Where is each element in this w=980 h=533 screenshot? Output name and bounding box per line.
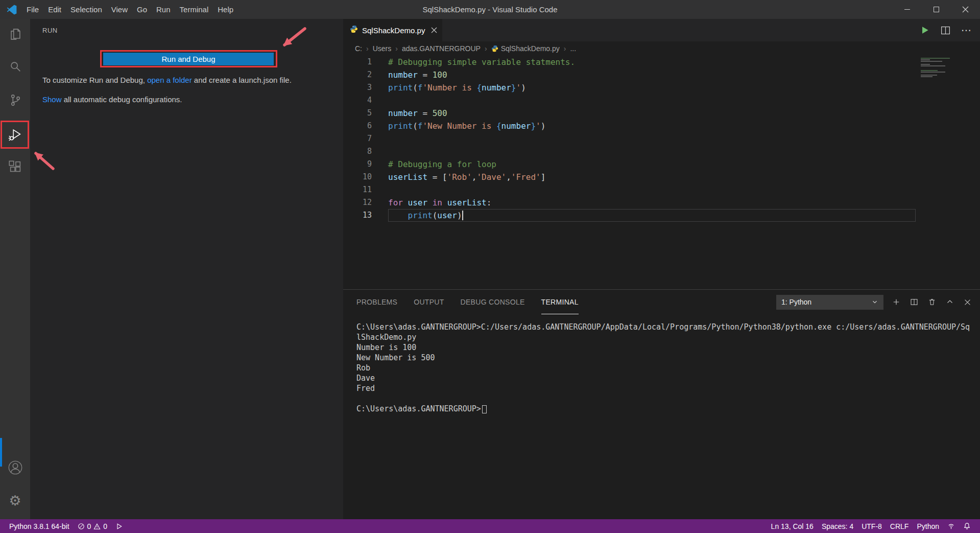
customize-hint: To customize Run and Debug, open a folde… — [42, 75, 308, 85]
line-content — [388, 183, 980, 196]
run-and-debug-icon[interactable] — [0, 122, 30, 147]
breadcrumb-users[interactable]: Users — [362, 44, 391, 53]
indentation-status[interactable]: Spaces: 4 — [818, 519, 857, 533]
maximize-panel-icon[interactable] — [945, 297, 954, 307]
line-content: print(f'New Number is {number}') — [388, 120, 980, 132]
breadcrumb-overflow[interactable]: ... — [560, 44, 576, 53]
terminal-line: Fred — [356, 383, 980, 393]
tab-sqlshackdemo[interactable]: SqlShackDemo.py — [343, 19, 442, 41]
line-number: 3 — [343, 81, 388, 94]
line-content — [388, 145, 980, 158]
cursor-position-status[interactable]: Ln 13, Col 16 — [767, 519, 818, 533]
terminal-line: C:\Users\adas.GANTNERGROUP>C:/Users/adas… — [356, 322, 980, 332]
error-icon — [78, 523, 85, 530]
code-line[interactable]: 13 print(user) — [343, 209, 980, 222]
new-terminal-icon[interactable] — [892, 297, 901, 307]
code-line[interactable]: 4 — [343, 94, 980, 107]
code-line[interactable]: 12for user in userList: — [343, 196, 980, 209]
line-number: 4 — [343, 94, 388, 107]
tab-output[interactable]: OUTPUT — [414, 290, 444, 314]
terminal-output[interactable]: C:\Users\adas.GANTNERGROUP>C:/Users/adas… — [343, 314, 980, 414]
line-number: 5 — [343, 107, 388, 120]
tab-problems[interactable]: PROBLEMS — [356, 290, 397, 314]
encoding-status[interactable]: UTF-8 — [857, 519, 886, 533]
code-editor[interactable]: 1# Debugging simple variable statments.2… — [343, 56, 980, 289]
code-line[interactable]: 6print(f'New Number is {number}') — [343, 120, 980, 132]
hint-text: To customize Run and Debug, — [42, 76, 147, 84]
terminal-line: New Number is 500 — [356, 353, 980, 363]
code-line[interactable]: 1# Debugging simple variable statments. — [343, 56, 980, 68]
run-sidebar: RUN Run and Debug To customize Run and D… — [30, 19, 343, 519]
python-interpreter-status[interactable]: Python 3.8.1 64-bit — [5, 519, 74, 533]
error-count: 0 — [87, 522, 91, 530]
menu-terminal[interactable]: Terminal — [175, 0, 213, 19]
minimap-line — [921, 76, 933, 77]
terminal-line: Dave — [356, 373, 980, 383]
menu-file[interactable]: File — [22, 0, 43, 19]
code-line[interactable]: 8 — [343, 145, 980, 158]
close-panel-icon[interactable] — [963, 298, 972, 307]
line-content: # Debugging a for loop — [388, 158, 980, 171]
editor-tab-bar: SqlShackDemo.py ⋯ — [343, 19, 980, 41]
eol-status[interactable]: CRLF — [886, 519, 913, 533]
run-and-debug-button[interactable]: Run and Debug — [103, 53, 274, 65]
code-line[interactable]: 9# Debugging a for loop — [343, 158, 980, 171]
problems-status[interactable]: 0 0 — [74, 519, 112, 533]
minimap-line — [921, 65, 945, 66]
show-link[interactable]: Show — [42, 95, 62, 104]
close-button[interactable] — [951, 0, 980, 19]
notifications-bell-icon[interactable] — [959, 519, 975, 533]
explorer-icon[interactable] — [0, 22, 30, 47]
kill-terminal-icon[interactable] — [927, 297, 937, 307]
breadcrumb-drive[interactable]: C: — [355, 44, 362, 53]
split-terminal-icon[interactable] — [910, 297, 919, 307]
menu-selection[interactable]: Selection — [66, 0, 107, 19]
code-line[interactable]: 2number = 100 — [343, 68, 980, 81]
python-file-icon — [491, 45, 498, 52]
line-content: number = 500 — [388, 107, 980, 120]
more-actions-icon[interactable]: ⋯ — [961, 24, 972, 36]
line-number: 6 — [343, 120, 388, 132]
close-icon — [962, 6, 969, 13]
code-line[interactable]: 5number = 500 — [343, 107, 980, 120]
account-icon[interactable] — [0, 455, 30, 480]
search-icon[interactable] — [0, 55, 30, 79]
tab-debug-console[interactable]: DEBUG CONSOLE — [461, 290, 525, 314]
line-number: 1 — [343, 56, 388, 68]
code-line[interactable]: 11 — [343, 183, 980, 196]
status-bar: Python 3.8.1 64-bit 0 0 Ln 13, Col 16 Sp… — [0, 519, 980, 533]
minimize-button[interactable] — [893, 0, 922, 19]
code-line[interactable]: 10userList = ['Rob','Dave','Fred'] — [343, 171, 980, 183]
run-status-icon[interactable] — [111, 519, 127, 533]
menu-help[interactable]: Help — [213, 0, 238, 19]
source-control-icon[interactable] — [0, 88, 30, 112]
menu-run[interactable]: Run — [152, 0, 175, 19]
line-content: userList = ['Rob','Dave','Fred'] — [388, 171, 980, 183]
line-content: for user in userList: — [388, 196, 980, 209]
code-line[interactable]: 3print(f'Number is {number}') — [343, 81, 980, 94]
maximize-button[interactable] — [922, 0, 951, 19]
breadcrumb-user-folder[interactable]: adas.GANTNERGROUP — [391, 44, 481, 53]
terminal-select-dropdown[interactable]: 1: Python — [776, 295, 883, 310]
open-a-folder-link[interactable]: open a folder — [147, 76, 192, 84]
minimap[interactable] — [921, 58, 954, 78]
code-line[interactable]: 7 — [343, 132, 980, 145]
tab-close-icon[interactable] — [431, 27, 437, 33]
terminal-cursor — [482, 405, 487, 413]
menu-edit[interactable]: Edit — [43, 0, 66, 19]
menu-go[interactable]: Go — [132, 0, 152, 19]
breadcrumb-label: SqlShackDemo.py — [501, 44, 560, 53]
split-editor-icon[interactable] — [940, 25, 951, 36]
language-mode-status[interactable]: Python — [913, 519, 943, 533]
extensions-icon[interactable] — [0, 155, 30, 179]
terminal-line: lShackDemo.py — [356, 332, 980, 342]
line-number: 11 — [343, 183, 388, 196]
breadcrumb-file[interactable]: SqlShackDemo.py — [481, 44, 560, 53]
terminal-line: Number is 100 — [356, 342, 980, 353]
vscode-logo-icon — [7, 5, 17, 15]
run-python-file-icon[interactable] — [920, 25, 930, 35]
settings-gear-icon[interactable]: ⚙ — [0, 489, 30, 513]
feedback-icon[interactable] — [943, 519, 959, 533]
menu-view[interactable]: View — [107, 0, 132, 19]
tab-terminal[interactable]: TERMINAL — [541, 290, 579, 314]
